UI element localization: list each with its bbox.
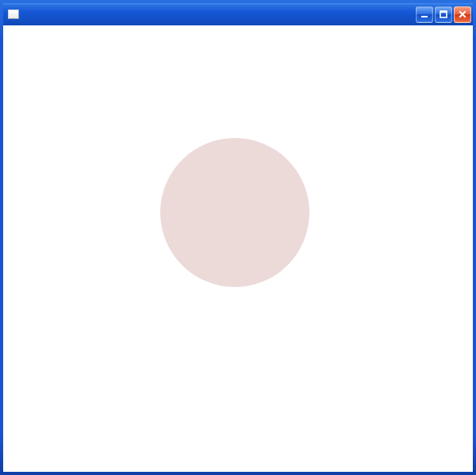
- titlebar-left: [8, 10, 24, 19]
- close-button[interactable]: [454, 6, 471, 23]
- application-window: [0, 0, 476, 475]
- maximize-button[interactable]: [435, 6, 452, 23]
- window-controls: [416, 6, 471, 23]
- maximize-icon: [439, 10, 448, 19]
- close-icon: [458, 10, 467, 19]
- minimize-icon: [420, 10, 429, 19]
- svg-rect-2: [440, 11, 447, 13]
- minimize-button[interactable]: [416, 6, 433, 23]
- client-area: [3, 25, 473, 472]
- canvas-circle: [160, 138, 309, 287]
- svg-rect-0: [421, 16, 428, 17]
- app-icon: [8, 10, 19, 19]
- titlebar: [3, 3, 473, 25]
